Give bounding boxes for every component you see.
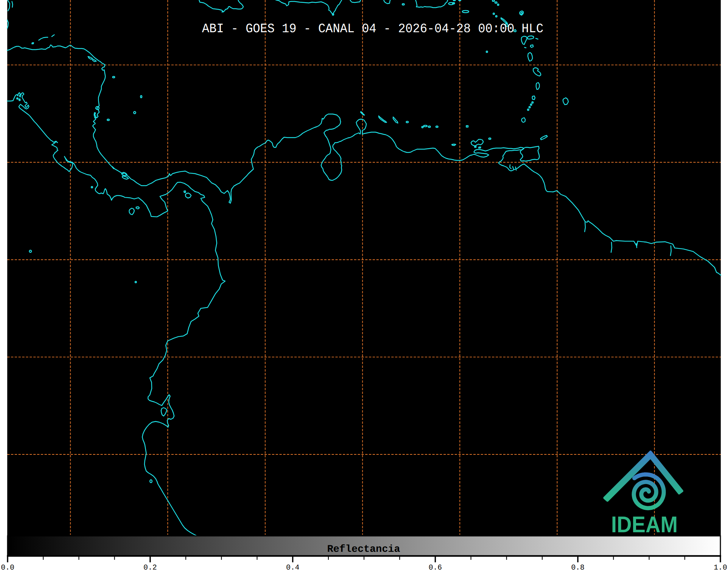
svg-text:ABI - GOES 19 - CANAL 04 - 202: ABI - GOES 19 - CANAL 04 - 2026-04-28 00… [202,21,543,36]
svg-text:0.4: 0.4 [286,564,299,571]
svg-text:0.8: 0.8 [571,564,585,571]
svg-text:0.2: 0.2 [143,564,157,571]
svg-text:1.0: 1.0 [714,564,727,571]
svg-text:0.6: 0.6 [429,564,442,571]
svg-text:0.0: 0.0 [1,564,14,571]
svg-text:Reflectancia: Reflectancia [327,544,400,555]
svg-text:IDEAM: IDEAM [611,512,678,537]
